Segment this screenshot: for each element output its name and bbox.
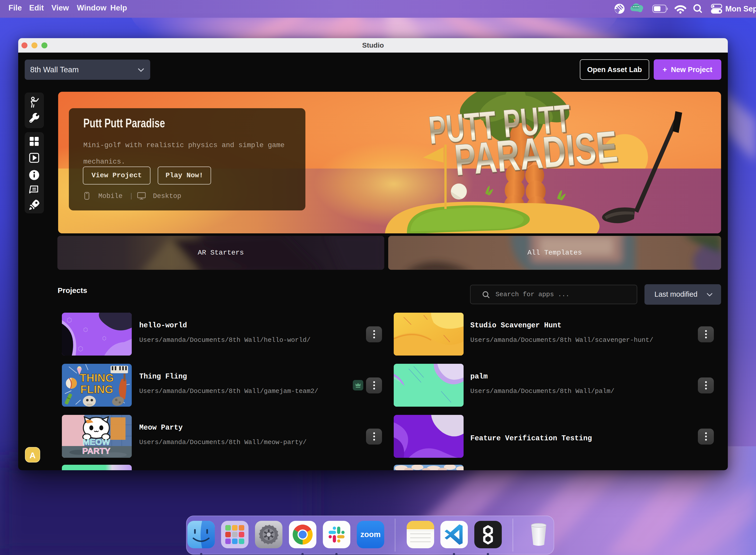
svg-text:PARTY: PARTY — [82, 446, 111, 456]
svg-text:MEOW: MEOW — [83, 437, 110, 446]
svg-text:zoom: zoom — [361, 530, 381, 539]
svg-text:Mon Sep: Mon Sep — [725, 4, 756, 13]
svg-text:FLING: FLING — [80, 383, 113, 395]
svg-text:THING: THING — [80, 372, 114, 384]
